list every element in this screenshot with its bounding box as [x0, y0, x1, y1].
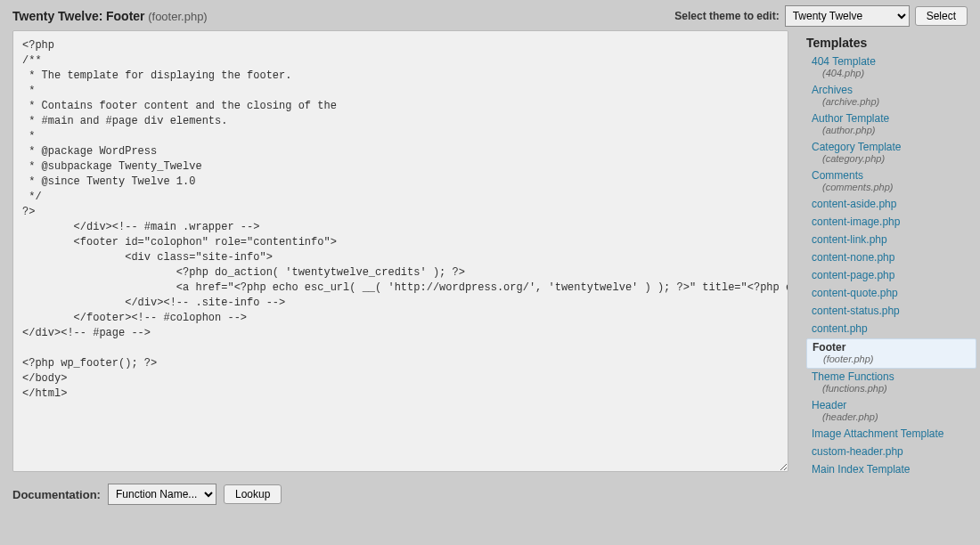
theme-select-label: Select theme to edit:	[674, 10, 779, 22]
template-title[interactable]: Main Index Template	[812, 463, 971, 476]
templates-sidebar: Templates 404 Template(404.php)Archives(…	[797, 30, 980, 483]
templates-list: 404 Template(404.php)Archives(archive.ph…	[806, 53, 976, 479]
template-title[interactable]: Theme Functions	[812, 370, 971, 383]
template-file: (footer.php)	[813, 354, 970, 364]
template-title[interactable]: content-none.php	[812, 251, 971, 264]
template-item[interactable]: Main Index Template	[806, 461, 976, 479]
template-title[interactable]: content-page.php	[812, 269, 971, 281]
template-title[interactable]: Header	[812, 399, 971, 411]
template-item[interactable]: Footer(footer.php)	[806, 338, 976, 369]
page-title: Footer	[106, 9, 145, 23]
main-area: Documentation: Function Name... Lookup T…	[0, 30, 980, 505]
template-file: (header.php)	[812, 411, 971, 422]
template-title[interactable]: Archives	[812, 84, 971, 96]
template-title[interactable]: Image Attachment Template	[812, 427, 971, 440]
template-item[interactable]: Comments(comments.php)	[806, 167, 976, 196]
template-title[interactable]: content-status.php	[812, 305, 971, 317]
template-file: (functions.php)	[812, 383, 971, 394]
template-title[interactable]: content-quote.php	[812, 287, 971, 299]
template-item[interactable]: content-page.php	[806, 267, 976, 285]
template-title[interactable]: Category Template	[812, 141, 971, 153]
template-item[interactable]: Image Attachment Template	[806, 426, 976, 443]
template-item[interactable]: Category Template(category.php)	[806, 139, 976, 167]
select-button[interactable]: Select	[915, 6, 968, 26]
template-item[interactable]: Archives(archive.php)	[806, 82, 976, 110]
documentation-label: Documentation:	[12, 488, 101, 501]
theme-select[interactable]: Twenty Twelve	[785, 5, 910, 27]
template-file: (author.php)	[812, 125, 971, 135]
template-title[interactable]: 404 Template	[812, 55, 971, 68]
theme-name: Twenty Twelve:	[12, 9, 102, 23]
template-item[interactable]: content-quote.php	[806, 285, 976, 303]
templates-heading: Templates	[806, 36, 976, 50]
template-title[interactable]: custom-header.php	[812, 445, 971, 458]
page-title-area: Twenty Twelve: Footer (footer.php)	[12, 9, 674, 23]
template-item[interactable]: content-aside.php	[806, 196, 976, 214]
template-item[interactable]: Author Template(author.php)	[806, 110, 976, 139]
template-item[interactable]: content.php	[806, 321, 976, 338]
template-item[interactable]: Header(header.php)	[806, 397, 976, 426]
template-item[interactable]: content-status.php	[806, 303, 976, 321]
template-item[interactable]: content-link.php	[806, 232, 976, 249]
lookup-button[interactable]: Lookup	[224, 484, 282, 504]
template-file: (category.php)	[812, 153, 971, 164]
template-title[interactable]: Comments	[812, 169, 971, 182]
template-file: (archive.php)	[812, 96, 971, 107]
header-bar: Twenty Twelve: Footer (footer.php) Selec…	[0, 0, 980, 30]
template-item[interactable]: Theme Functions(functions.php)	[806, 369, 976, 397]
template-item[interactable]: custom-header.php	[806, 443, 976, 461]
template-item[interactable]: 404 Template(404.php)	[806, 53, 976, 82]
function-name-select[interactable]: Function Name...	[108, 484, 216, 505]
template-item[interactable]: content-none.php	[806, 249, 976, 267]
template-item[interactable]: content-image.php	[806, 214, 976, 232]
template-title[interactable]: content-link.php	[812, 233, 971, 246]
template-title[interactable]: content-image.php	[812, 216, 971, 228]
template-title[interactable]: content.php	[812, 322, 971, 335]
documentation-row: Documentation: Function Name... Lookup	[12, 484, 788, 505]
code-editor[interactable]	[12, 30, 788, 472]
editor-column: Documentation: Function Name... Lookup	[12, 30, 797, 505]
template-title[interactable]: content-aside.php	[812, 198, 971, 210]
template-file: (404.php)	[812, 68, 971, 78]
file-name: (footer.php)	[148, 10, 208, 23]
template-file: (comments.php)	[812, 182, 971, 192]
template-title[interactable]: Footer	[813, 341, 970, 354]
template-title[interactable]: Author Template	[812, 112, 971, 125]
